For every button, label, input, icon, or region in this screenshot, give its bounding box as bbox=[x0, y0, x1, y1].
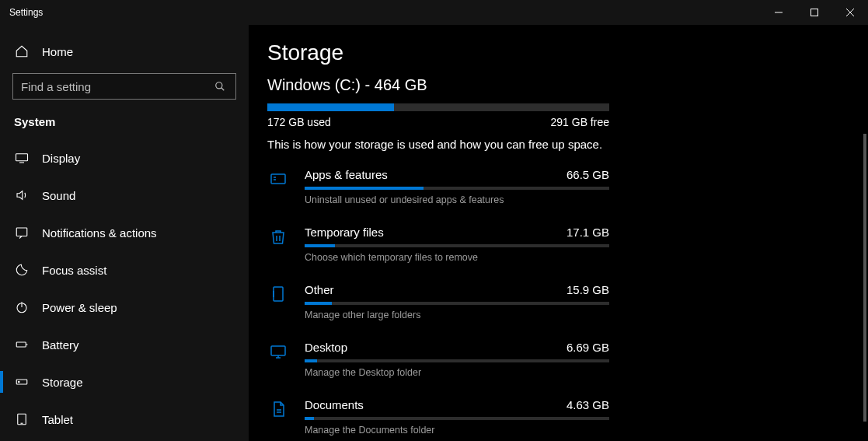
category-size: 17.1 GB bbox=[566, 226, 609, 239]
scrollbar[interactable] bbox=[860, 25, 866, 441]
category-bar bbox=[305, 187, 609, 190]
storage-category[interactable]: Documents4.63 GBManage the Documents fol… bbox=[267, 398, 609, 436]
svg-rect-6 bbox=[16, 154, 28, 161]
category-bar-fill bbox=[305, 417, 314, 420]
sidebar-item-label: Focus assist bbox=[42, 264, 106, 277]
home-label: Home bbox=[42, 45, 73, 58]
storage-category[interactable]: Apps & features66.5 GBUninstall unused o… bbox=[267, 168, 609, 205]
svg-rect-17 bbox=[271, 174, 285, 184]
storage-category[interactable]: Desktop6.69 GBManage the Desktop folder bbox=[267, 341, 609, 378]
home-button[interactable]: Home bbox=[0, 36, 249, 67]
category-bar-fill bbox=[305, 302, 332, 305]
storage-bar bbox=[267, 103, 609, 111]
svg-rect-1 bbox=[811, 9, 818, 16]
sidebar-item-label: Notifications & actions bbox=[42, 226, 157, 240]
svg-point-4 bbox=[216, 82, 222, 89]
category-bar-fill bbox=[305, 244, 335, 247]
apps-icon bbox=[267, 168, 289, 205]
category-bar bbox=[305, 302, 609, 305]
documents-icon bbox=[267, 398, 289, 436]
category-name: Documents bbox=[305, 398, 364, 411]
category-bar bbox=[305, 244, 609, 247]
category-subtitle: Manage the Documents folder bbox=[305, 425, 609, 436]
category-name: Temporary files bbox=[305, 226, 384, 239]
sidebar-item-label: Power & sleep bbox=[42, 301, 117, 314]
storage-category[interactable]: Temporary files17.1 GBChoose which tempo… bbox=[267, 226, 609, 263]
page-title: Storage bbox=[267, 40, 842, 65]
trash-icon bbox=[267, 226, 289, 263]
sidebar-item-power-sleep[interactable]: Power & sleep bbox=[0, 289, 249, 326]
sidebar-item-label: Display bbox=[42, 152, 80, 165]
minimize-button[interactable] bbox=[761, 0, 797, 25]
free-label: 291 GB free bbox=[551, 116, 610, 128]
desktop-icon bbox=[267, 341, 289, 378]
category-subtitle: Uninstall unused or undesired apps & fea… bbox=[305, 194, 609, 205]
sidebar-item-label: Tablet bbox=[42, 413, 73, 426]
category-bar bbox=[305, 359, 609, 362]
category-subtitle: Choose which temporary files to remove bbox=[305, 252, 609, 263]
notifications-icon bbox=[14, 226, 30, 240]
svg-rect-11 bbox=[16, 342, 26, 347]
display-icon bbox=[14, 151, 30, 165]
sidebar-section-label: System bbox=[0, 100, 249, 139]
drive-title: Windows (C:) - 464 GB bbox=[267, 76, 842, 94]
sidebar-item-notifications[interactable]: Notifications & actions bbox=[0, 214, 249, 251]
storage-icon bbox=[14, 375, 30, 389]
search-field[interactable] bbox=[21, 80, 212, 93]
sidebar-nav: Display Sound Notifications & actions Fo… bbox=[0, 139, 249, 438]
category-name: Apps & features bbox=[305, 168, 388, 181]
storage-bar-fill bbox=[267, 103, 394, 111]
category-size: 6.69 GB bbox=[566, 341, 609, 354]
category-size: 15.9 GB bbox=[566, 283, 609, 296]
window-title: Settings bbox=[0, 7, 43, 18]
category-size: 4.63 GB bbox=[566, 398, 609, 411]
category-subtitle: Manage the Desktop folder bbox=[305, 367, 609, 378]
svg-rect-8 bbox=[16, 228, 27, 236]
category-subtitle: Manage other large folders bbox=[305, 310, 609, 320]
category-bar bbox=[305, 417, 609, 420]
tablet-icon bbox=[14, 412, 30, 426]
sidebar-item-display[interactable]: Display bbox=[0, 139, 249, 177]
sidebar-item-label: Storage bbox=[42, 376, 83, 389]
focus-assist-icon bbox=[14, 263, 30, 277]
sidebar-item-sound[interactable]: Sound bbox=[0, 177, 249, 214]
category-name: Other bbox=[305, 283, 334, 296]
sidebar-item-battery[interactable]: Battery bbox=[0, 326, 249, 363]
sound-icon bbox=[14, 188, 30, 202]
window-controls bbox=[761, 0, 868, 25]
battery-icon bbox=[14, 338, 30, 352]
sidebar-item-storage[interactable]: Storage bbox=[0, 363, 249, 401]
sidebar: Home System Display Sound Notification bbox=[0, 25, 249, 441]
content-area: Storage Windows (C:) - 464 GB 172 GB use… bbox=[249, 25, 868, 441]
home-icon bbox=[14, 44, 30, 58]
sidebar-item-label: Battery bbox=[42, 338, 79, 352]
used-label: 172 GB used bbox=[267, 116, 331, 128]
storage-category[interactable]: Other15.9 GBManage other large folders bbox=[267, 283, 609, 320]
titlebar: Settings bbox=[0, 0, 868, 25]
search-icon bbox=[212, 81, 228, 92]
search-input[interactable] bbox=[12, 73, 236, 100]
svg-line-5 bbox=[221, 88, 225, 91]
close-button[interactable] bbox=[832, 0, 868, 25]
svg-rect-24 bbox=[271, 346, 285, 355]
category-bar-fill bbox=[305, 359, 317, 362]
sidebar-item-label: Sound bbox=[42, 189, 75, 202]
scrollbar-thumb[interactable] bbox=[863, 134, 866, 422]
svg-point-14 bbox=[19, 381, 20, 383]
maximize-button[interactable] bbox=[797, 0, 832, 25]
svg-rect-22 bbox=[274, 287, 283, 301]
other-icon bbox=[267, 283, 289, 320]
sidebar-item-tablet[interactable]: Tablet bbox=[0, 401, 249, 438]
sidebar-item-focus-assist[interactable]: Focus assist bbox=[0, 251, 249, 289]
category-size: 66.5 GB bbox=[566, 168, 609, 181]
storage-description: This is how your storage is used and how… bbox=[267, 138, 842, 151]
category-name: Desktop bbox=[305, 341, 347, 354]
category-bar-fill bbox=[305, 187, 424, 190]
power-icon bbox=[14, 300, 30, 314]
